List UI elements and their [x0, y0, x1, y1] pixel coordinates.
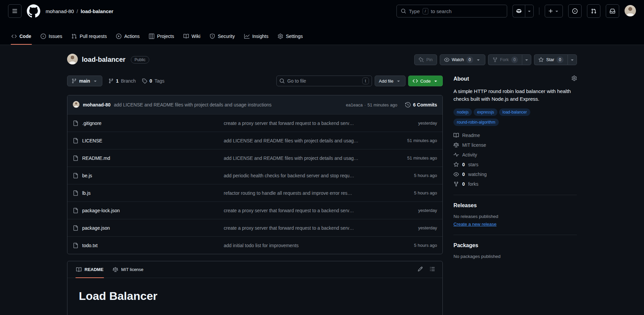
git-branch-icon	[108, 78, 114, 84]
row-commit-time-link[interactable]: yesterday	[378, 208, 437, 213]
owner-avatar-link[interactable]	[67, 54, 78, 65]
commit-sha-link[interactable]: ea1eaca	[346, 102, 363, 107]
table-row[interactable]: todo.txt add initial todo list for impro…	[67, 236, 442, 254]
commit-author-link[interactable]: mohanad-80	[83, 102, 110, 107]
topic-tag[interactable]: load-balancer	[499, 108, 530, 116]
table-row[interactable]: package-lock.json create a proxy server …	[67, 201, 442, 219]
row-commit-time-link[interactable]: 51 minutes ago	[378, 155, 437, 161]
topic-tag[interactable]: nodejs	[453, 108, 472, 116]
pin-button[interactable]: Pin	[414, 54, 437, 65]
file-name-link[interactable]: README.md	[82, 155, 110, 161]
breadcrumb-separator: /	[76, 8, 78, 14]
row-commit-message-link[interactable]: add initial todo list for improvements	[224, 243, 378, 248]
git-pull-request-icon	[71, 34, 77, 39]
user-avatar	[625, 5, 636, 16]
topic-tag[interactable]: expressjs	[474, 108, 497, 116]
commit-history-link[interactable]: 6 Commits	[405, 102, 437, 107]
row-commit-time-link[interactable]: yesterday	[378, 225, 437, 230]
table-row[interactable]: lb.js refactor routing to handle all req…	[67, 184, 442, 201]
tab-settings[interactable]: Settings	[274, 28, 306, 45]
fork-button[interactable]: Fork 0	[488, 54, 522, 65]
edit-readme-button[interactable]	[418, 266, 423, 273]
row-commit-message-link[interactable]: create a proxy server that forward reque…	[224, 225, 378, 231]
tab-wiki[interactable]: Wiki	[180, 28, 204, 45]
file-name-link[interactable]: lb.js	[82, 190, 91, 196]
file-toolbar: main 1 Branch 0 Tags	[67, 76, 443, 86]
table-row[interactable]: package.json create a proxy server that …	[67, 219, 442, 236]
file-name-link[interactable]: .gitignore	[82, 121, 102, 126]
table-row[interactable]: .gitignore create a proxy server that fo…	[67, 114, 442, 132]
watch-button[interactable]: Watch 0	[440, 54, 485, 65]
file-table: mohanad-80 add LICENSE and README files …	[67, 95, 443, 254]
row-commit-message-link[interactable]: refactor routing to handle all requests …	[224, 190, 378, 196]
branch-selector-button[interactable]: main	[67, 76, 102, 86]
tab-insights[interactable]: Insights	[241, 28, 272, 45]
row-commit-message-link[interactable]: create a proxy server that forward reque…	[224, 121, 378, 126]
file-name-link[interactable]: package.json	[82, 225, 110, 231]
outline-button[interactable]	[430, 266, 435, 273]
tab-issues[interactable]: Issues	[37, 28, 65, 45]
hamburger-menu-button[interactable]	[8, 4, 21, 18]
tab-projects[interactable]: Projects	[146, 28, 177, 45]
github-logo[interactable]	[27, 4, 40, 18]
tab-mit-license[interactable]: MIT license	[109, 261, 147, 278]
forks-link[interactable]: 0forks	[453, 181, 577, 187]
watching-link[interactable]: 0watching	[453, 172, 577, 177]
repo-title-link[interactable]: load-balancer	[82, 56, 125, 63]
breadcrumb-owner-link[interactable]: mohanad-80	[46, 8, 74, 14]
activity-link[interactable]: Activity	[453, 152, 577, 158]
file-name-link[interactable]: todo.txt	[82, 243, 98, 248]
star-label: Star	[546, 57, 554, 62]
row-commit-time-link[interactable]: yesterday	[378, 121, 437, 126]
global-pull-requests-button[interactable]	[587, 4, 600, 18]
tab-readme[interactable]: README	[73, 261, 107, 278]
inbox-button[interactable]	[606, 4, 619, 18]
row-commit-message-link[interactable]: add periodic health checks for backend s…	[224, 173, 378, 178]
tab-security[interactable]: Security	[206, 28, 238, 45]
global-issues-button[interactable]	[568, 4, 582, 18]
table-row[interactable]: README.md add LICENSE and README files w…	[67, 149, 442, 167]
topic-tag[interactable]: round-robin-algorithm	[453, 119, 499, 126]
commit-meta-separator: ·	[364, 102, 366, 107]
license-link[interactable]: MIT license	[453, 142, 577, 148]
commit-author-avatar-link[interactable]	[73, 101, 79, 109]
fork-menu-caret[interactable]	[522, 54, 531, 65]
go-to-file-input[interactable]	[287, 78, 360, 84]
star-menu-caret[interactable]	[568, 54, 577, 65]
eye-icon	[453, 172, 459, 177]
chevron-down-icon	[433, 78, 438, 84]
tab-pull-requests[interactable]: Pull requests	[68, 28, 110, 45]
add-file-button[interactable]: Add file	[375, 76, 406, 86]
row-commit-time-link[interactable]: 51 minutes ago	[378, 138, 437, 143]
stars-link[interactable]: 0stars	[453, 162, 577, 167]
table-row[interactable]: be.js add periodic health checks for bac…	[67, 167, 442, 184]
tags-link[interactable]: 0 Tags	[142, 78, 164, 84]
breadcrumb-repo-link[interactable]: load-balancer	[80, 8, 113, 14]
create-new-button[interactable]	[545, 5, 563, 17]
row-commit-message-link[interactable]: add LICENSE and README files with projec…	[224, 155, 378, 161]
readme-section: README MIT license	[67, 261, 443, 315]
global-search-input[interactable]: Type / to search	[396, 5, 507, 17]
user-avatar-button[interactable]	[625, 5, 636, 17]
commit-message-link[interactable]: add LICENSE and README files with projec…	[114, 102, 342, 107]
create-release-link[interactable]: Create a new release	[453, 222, 496, 227]
table-row[interactable]: LICENSE add LICENSE and README files wit…	[67, 132, 442, 149]
readme-link[interactable]: Readme	[453, 133, 577, 138]
copilot-menu-caret[interactable]	[525, 5, 534, 17]
branches-link[interactable]: 1 Branch	[108, 78, 136, 84]
row-commit-message-link[interactable]: add LICENSE and README files with projec…	[224, 138, 378, 143]
row-commit-message-link[interactable]: create a proxy server that forward reque…	[224, 208, 378, 213]
file-name-link[interactable]: LICENSE	[82, 138, 102, 143]
tab-actions[interactable]: Actions	[113, 28, 143, 45]
star-button[interactable]: Star 0	[534, 54, 568, 65]
releases-section: Releases No releases published Create a …	[453, 203, 577, 235]
row-commit-time-link[interactable]: 5 hours ago	[378, 173, 437, 178]
file-name-link[interactable]: package-lock.json	[82, 208, 120, 213]
edit-about-button[interactable]	[572, 76, 577, 82]
tab-code[interactable]: Code	[8, 28, 35, 45]
copilot-button[interactable]	[513, 5, 525, 17]
row-commit-time-link[interactable]: 5 hours ago	[378, 190, 437, 195]
row-commit-time-link[interactable]: 5 hours ago	[378, 243, 437, 248]
file-name-link[interactable]: be.js	[82, 173, 92, 178]
code-dropdown-button[interactable]: Code	[408, 76, 443, 86]
